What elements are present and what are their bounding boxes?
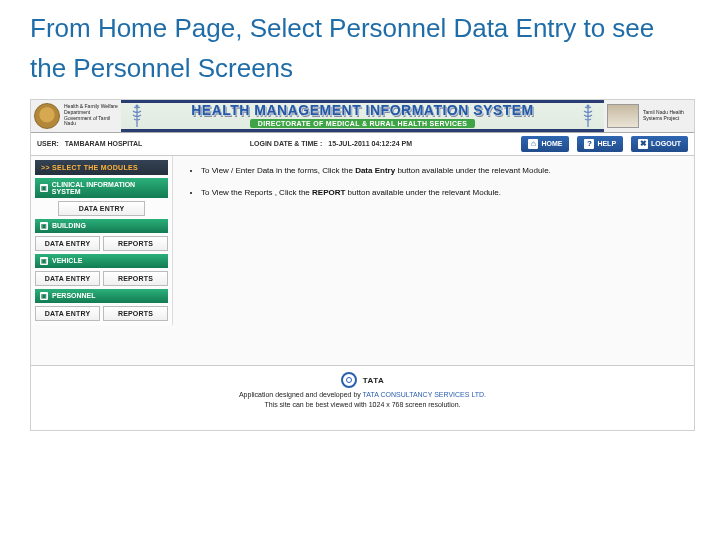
emblem-left: Health & Family Welfare Department Gover…: [31, 100, 121, 132]
module-clinical-head[interactable]: ▣ CLINICAL INFORMATION SYSTEM: [35, 178, 168, 198]
module-icon: ▣: [40, 184, 48, 192]
login-time-label: LOGIN DATE & TIME :: [250, 140, 323, 147]
module-icon: ▣: [40, 292, 48, 300]
building-data-entry-button[interactable]: DATA ENTRY: [35, 236, 100, 251]
vehicle-data-entry-button[interactable]: DATA ENTRY: [35, 271, 100, 286]
personnel-data-entry-button[interactable]: DATA ENTRY: [35, 306, 100, 321]
module-label: VEHICLE: [52, 257, 82, 264]
module-building-head[interactable]: ▣ BUILDING: [35, 219, 168, 233]
instruction-data-entry: To View / Enter Data in the forms, Click…: [201, 166, 682, 176]
user-label: USER:: [37, 140, 59, 147]
module-personnel-head[interactable]: ▣ PERSONNEL: [35, 289, 168, 303]
home-button[interactable]: ⌂ HOME: [521, 136, 569, 152]
footer-resolution-note: This site can be best viewed with 1024 x…: [35, 401, 690, 408]
caduceus-icon: [578, 104, 598, 128]
help-button-label: HELP: [597, 140, 616, 147]
slide-title: From Home Page, Select Personnel Data En…: [0, 0, 720, 99]
sidebar-header: >> SELECT THE MODULES: [35, 160, 168, 175]
footer-brand: TATA: [363, 375, 385, 384]
logout-button[interactable]: ✖ LOGOUT: [631, 136, 688, 152]
header-banner: Health & Family Welfare Department Gover…: [31, 100, 694, 133]
info-bar: USER: TAMBARAM HOSPITAL LOGIN DATE & TIM…: [31, 133, 694, 156]
user-value: TAMBARAM HOSPITAL: [65, 140, 143, 147]
building-reports-button[interactable]: REPORTS: [103, 236, 168, 251]
home-icon: ⌂: [528, 139, 538, 149]
tamil-nadu-seal-icon: [34, 103, 60, 129]
sidebar: >> SELECT THE MODULES ▣ CLINICAL INFORMA…: [31, 156, 173, 325]
help-button[interactable]: ? HELP: [577, 136, 623, 152]
module-label: PERSONNEL: [52, 292, 96, 299]
emblem-right-caption: Tamil Nadu Health Systems Project: [643, 110, 691, 122]
svg-point-0: [135, 104, 138, 107]
module-vehicle-head[interactable]: ▣ VEHICLE: [35, 254, 168, 268]
module-icon: ▣: [40, 222, 48, 230]
vehicle-reports-button[interactable]: REPORTS: [103, 271, 168, 286]
application-screenshot: Health & Family Welfare Department Gover…: [30, 99, 695, 431]
sidebar-module-vehicle: ▣ VEHICLE DATA ENTRY REPORTS: [35, 254, 168, 286]
main-content: To View / Enter Data in the forms, Click…: [173, 156, 694, 221]
instruction-reports: To View the Reports , Click the REPORT b…: [201, 188, 682, 198]
personnel-reports-button[interactable]: REPORTS: [103, 306, 168, 321]
clinical-data-entry-button[interactable]: DATA ENTRY: [58, 201, 144, 216]
sidebar-module-building: ▣ BUILDING DATA ENTRY REPORTS: [35, 219, 168, 251]
sidebar-module-personnel: ▣ PERSONNEL DATA ENTRY REPORTS: [35, 289, 168, 321]
emblem-right: Tamil Nadu Health Systems Project: [604, 100, 694, 132]
banner-subtitle: DIRECTORATE OF MEDICAL & RURAL HEALTH SE…: [250, 119, 475, 128]
close-icon: ✖: [638, 139, 648, 149]
module-icon: ▣: [40, 257, 48, 265]
tata-logo-icon: [341, 372, 357, 388]
emblem-left-caption: Health & Family Welfare Department Gover…: [64, 104, 118, 127]
app-body: >> SELECT THE MODULES ▣ CLINICAL INFORMA…: [31, 156, 694, 366]
home-button-label: HOME: [541, 140, 562, 147]
footer-credit: Application designed and developed by TA…: [35, 391, 690, 398]
caduceus-icon: [127, 104, 147, 128]
help-icon: ?: [584, 139, 594, 149]
svg-point-1: [586, 104, 589, 107]
logout-button-label: LOGOUT: [651, 140, 681, 147]
sidebar-module-clinical: ▣ CLINICAL INFORMATION SYSTEM DATA ENTRY: [35, 178, 168, 216]
banner-title: HEALTH MANAGEMENT INFORMATION SYSTEM: [121, 102, 604, 118]
module-label: CLINICAL INFORMATION SYSTEM: [52, 181, 163, 195]
footer: TATA Application designed and developed …: [31, 366, 694, 430]
module-label: BUILDING: [52, 222, 86, 229]
banner-center: HEALTH MANAGEMENT INFORMATION SYSTEM DIR…: [121, 100, 604, 132]
building-icon: [607, 104, 639, 128]
login-time-value: 15-JUL-2011 04:12:24 PM: [328, 140, 412, 147]
